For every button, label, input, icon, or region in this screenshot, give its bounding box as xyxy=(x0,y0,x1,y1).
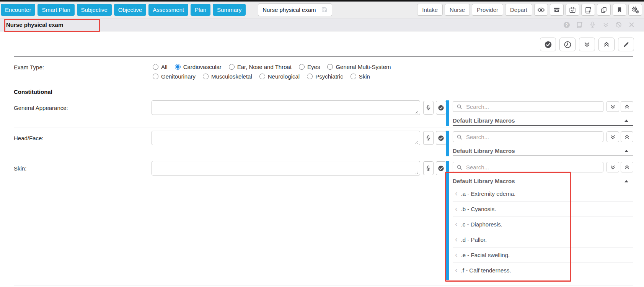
eye-button[interactable] xyxy=(534,4,548,16)
toolbar-right-group: Intake Nurse Provider Depart xyxy=(417,4,642,16)
skin-textarea[interactable] xyxy=(152,161,420,175)
chevrons-up-icon xyxy=(603,41,610,48)
nav-button-subjective[interactable]: Subjective xyxy=(77,4,112,16)
complete-check-icon xyxy=(544,41,552,49)
collapse-macros-button[interactable] xyxy=(621,131,633,142)
macro-item[interactable]: ‹ .a - Extremity edema. xyxy=(453,186,633,202)
bottom-divider xyxy=(14,285,633,285)
settings-gears-icon xyxy=(631,6,639,14)
radio-label: All xyxy=(161,64,168,70)
expand-all-button[interactable] xyxy=(579,38,595,51)
search-icon xyxy=(457,134,462,140)
macro-item-label: .d - Pallor. xyxy=(461,236,487,243)
dictate-field-button[interactable] xyxy=(423,131,434,145)
approve-field-button[interactable] xyxy=(436,131,446,145)
radio-option-cardiovascular[interactable]: Cardiovascular xyxy=(175,64,222,70)
macro-item-label: .e - Facial swelling. xyxy=(461,252,510,258)
bookmark-icon xyxy=(616,7,623,13)
dictate-field-button[interactable] xyxy=(423,161,434,175)
macro-group-header[interactable]: Default Library Macros xyxy=(453,176,633,186)
calendar-button[interactable] xyxy=(566,4,579,16)
radio-option-neurological[interactable]: Neurological xyxy=(259,73,300,80)
edit-button[interactable] xyxy=(618,38,634,51)
head-face-textarea[interactable] xyxy=(152,131,420,145)
macro-item[interactable]: ‹ .b - Cyanosis. xyxy=(453,202,633,217)
radio-option-skin[interactable]: Skin xyxy=(351,73,370,80)
collapse-all-button[interactable] xyxy=(598,38,615,51)
collapse-panel-button[interactable] xyxy=(599,21,612,29)
save-floppy-icon[interactable] xyxy=(321,7,328,13)
help-button[interactable]: ? xyxy=(560,21,573,29)
radio-option-ear-nose-throat[interactable]: Ear, Nose and Throat xyxy=(229,64,292,70)
archive-button[interactable] xyxy=(550,4,564,16)
search-input[interactable] xyxy=(465,103,600,110)
macro-search xyxy=(453,131,603,142)
close-button[interactable] xyxy=(625,21,638,29)
nav-button-objective[interactable]: Objective xyxy=(114,4,147,16)
radio-option-eyes[interactable]: Eyes xyxy=(299,64,320,70)
caret-up-icon[interactable] xyxy=(624,120,628,122)
row-divider xyxy=(14,128,633,128)
radio-option-genitourinary[interactable]: Genitourinary xyxy=(153,73,196,80)
note-title-input[interactable]: Nurse physical exam xyxy=(258,3,332,16)
library-button[interactable] xyxy=(581,4,595,16)
bookmark-button[interactable] xyxy=(613,4,626,16)
dictate-button[interactable] xyxy=(586,21,599,29)
check-circle-icon xyxy=(438,135,444,141)
app-window: Encounter Smart Plan Subjective Objectiv… xyxy=(0,0,644,287)
library-book-icon xyxy=(576,21,583,28)
search-input[interactable] xyxy=(465,164,600,171)
caret-up-icon[interactable] xyxy=(624,180,628,182)
expand-macros-button[interactable] xyxy=(607,131,619,142)
nav-button-assessment[interactable]: Assessment xyxy=(148,4,188,16)
nav-button-smart-plan[interactable]: Smart Plan xyxy=(37,4,74,16)
macro-item[interactable]: ‹ .c - Diaphoresis. xyxy=(453,217,633,232)
nav-button-plan[interactable]: Plan xyxy=(191,4,210,16)
library-book-button[interactable] xyxy=(573,21,586,29)
macro-group-header[interactable]: Default Library Macros xyxy=(453,146,633,156)
phase-button-depart[interactable]: Depart xyxy=(505,4,532,16)
phase-button-provider[interactable]: Provider xyxy=(472,4,503,16)
resize-grip-icon[interactable] xyxy=(415,110,419,114)
radio-label: Cardiovascular xyxy=(183,64,222,70)
chevron-left-icon: ‹ xyxy=(455,266,458,274)
radio-option-psychiatric[interactable]: Psychiatric xyxy=(307,73,343,80)
expand-macros-button[interactable] xyxy=(607,162,619,172)
microphone-icon xyxy=(426,165,431,171)
history-button[interactable] xyxy=(559,38,576,51)
radio-option-musculoskeletal[interactable]: Musculoskeletal xyxy=(203,73,252,80)
chevrons-down-icon xyxy=(610,134,616,140)
radio-icon xyxy=(229,64,235,70)
resize-grip-icon[interactable] xyxy=(415,171,419,174)
complete-button[interactable] xyxy=(540,38,556,51)
caret-up-icon[interactable] xyxy=(624,150,628,152)
nav-button-summary[interactable]: Summary xyxy=(213,4,246,16)
disable-button[interactable] xyxy=(612,21,625,29)
approve-field-button[interactable] xyxy=(436,161,446,175)
expand-macros-button[interactable] xyxy=(607,101,619,112)
macro-group-header[interactable]: Default Library Macros xyxy=(453,116,633,126)
phase-button-intake[interactable]: Intake xyxy=(417,4,443,16)
approve-field-button[interactable] xyxy=(436,101,446,115)
general-appearance-textarea[interactable] xyxy=(152,100,420,115)
macro-item[interactable]: ‹ .e - Facial swelling. xyxy=(453,248,633,263)
macro-group-title: Default Library Macros xyxy=(453,148,515,154)
collapse-macros-button[interactable] xyxy=(621,101,633,112)
settings-button[interactable] xyxy=(628,4,642,16)
nav-button-encounter[interactable]: Encounter xyxy=(1,4,35,16)
phase-button-nurse[interactable]: Nurse xyxy=(445,4,470,16)
radio-label: Musculoskeletal xyxy=(211,73,252,80)
resize-grip-icon[interactable] xyxy=(415,141,419,144)
collapse-macros-button[interactable] xyxy=(621,162,633,172)
chevron-left-icon: ‹ xyxy=(455,220,458,228)
macro-item-label: .c - Diaphoresis. xyxy=(461,221,502,228)
radio-option-general-multi-system[interactable]: General Multi-System xyxy=(327,64,391,70)
copy-button[interactable] xyxy=(597,4,611,16)
macro-item[interactable]: ‹ .d - Pallor. xyxy=(453,232,633,248)
macro-search xyxy=(453,101,603,112)
search-input[interactable] xyxy=(465,133,600,141)
dictate-field-button[interactable] xyxy=(423,101,434,115)
radio-option-all[interactable]: All xyxy=(153,64,168,70)
macro-item[interactable]: ‹ .f - Calf tenderness. xyxy=(453,263,633,278)
book-icon xyxy=(585,7,592,13)
